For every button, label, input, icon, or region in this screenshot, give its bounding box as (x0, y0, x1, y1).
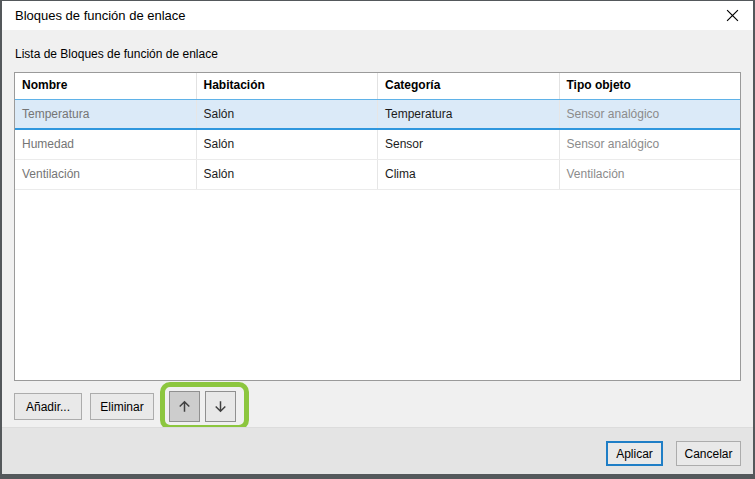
column-header-nombre[interactable]: Nombre (15, 73, 197, 99)
delete-button[interactable]: Eliminar (90, 393, 154, 420)
cell-nombre[interactable]: Ventilación (15, 160, 197, 189)
add-button[interactable]: Añadir... (14, 393, 82, 420)
cell-nombre[interactable]: Humedad (15, 130, 197, 159)
arrow-down-icon (212, 398, 229, 415)
title-bar: Bloques de función de enlace (2, 1, 753, 30)
move-up-button[interactable] (169, 391, 200, 422)
footer-bar: Aplicar Cancelar (2, 427, 753, 474)
list-label: Lista de Bloques de función de enlace (15, 47, 218, 61)
cell-habitacion[interactable]: Salón (197, 100, 379, 128)
column-header-tipo-objeto[interactable]: Tipo objeto (560, 73, 741, 99)
desktop-background: Bloques de función de enlace Lista de Bl… (0, 0, 755, 479)
cell-habitacion[interactable]: Salón (197, 160, 379, 189)
table-row[interactable]: Temperatura Salón Temperatura Sensor ana… (15, 99, 740, 130)
cancel-button[interactable]: Cancelar (676, 441, 741, 466)
table-row[interactable]: Ventilación Salón Clima Ventilación (15, 160, 740, 190)
table-empty-area (15, 190, 740, 380)
apply-button[interactable]: Aplicar (606, 441, 663, 466)
close-icon (726, 9, 739, 22)
close-button[interactable] (716, 4, 748, 27)
cell-tipo-objeto[interactable]: Sensor analógico (560, 100, 741, 128)
dialog-bloques-funcion-enlace: Bloques de función de enlace Lista de Bl… (2, 1, 753, 474)
table-header-row: Nombre Habitación Categoría Tipo objeto (15, 73, 740, 99)
column-header-categoria[interactable]: Categoría (378, 73, 560, 99)
cell-nombre[interactable]: Temperatura (15, 100, 197, 128)
arrow-up-icon (176, 398, 193, 415)
dialog-title: Bloques de función de enlace (15, 8, 186, 23)
cell-categoria[interactable]: Clima (378, 160, 560, 189)
link-function-blocks-table[interactable]: Nombre Habitación Categoría Tipo objeto … (14, 72, 741, 381)
cell-categoria[interactable]: Temperatura (378, 100, 560, 128)
cell-categoria[interactable]: Sensor (378, 130, 560, 159)
table-row[interactable]: Humedad Salón Sensor Sensor analógico (15, 130, 740, 160)
move-down-button[interactable] (205, 391, 236, 422)
column-header-habitacion[interactable]: Habitación (197, 73, 379, 99)
cell-tipo-objeto[interactable]: Ventilación (560, 160, 741, 189)
cell-tipo-objeto[interactable]: Sensor analógico (560, 130, 741, 159)
cell-habitacion[interactable]: Salón (197, 130, 379, 159)
